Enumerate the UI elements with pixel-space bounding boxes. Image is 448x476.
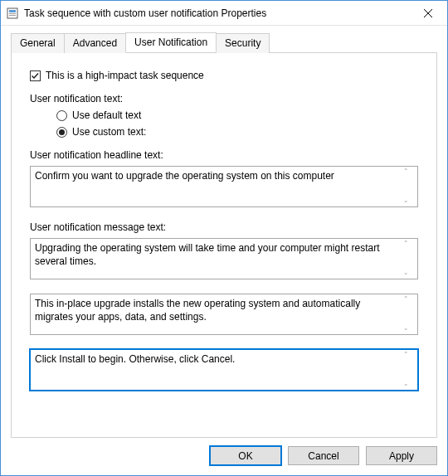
high-impact-checkbox[interactable] [30,70,41,81]
dialog-button-row: OK Cancel Apply [1,438,447,475]
radio-default[interactable] [56,110,67,121]
close-icon [424,9,432,17]
window-title: Task sequence with custom user notificat… [24,7,409,19]
message-label: User notification message text: [30,221,418,233]
svg-rect-3 [9,15,16,16]
radio-custom-row[interactable]: Use custom text: [56,126,418,138]
message2-wrap: ˄ ˅ [30,294,418,338]
headline-field-wrap: ˄ ˅ [30,166,418,210]
high-impact-row[interactable]: This is a high-impact task sequence [30,70,418,81]
message2-textarea[interactable] [30,294,418,335]
ok-button[interactable]: OK [210,446,281,465]
radio-default-row[interactable]: Use default text [56,109,418,121]
user-notification-text-label: User notification text: [30,93,418,104]
apply-button[interactable]: Apply [366,446,437,465]
radio-custom[interactable] [56,127,67,138]
message3-textarea[interactable] [30,349,418,391]
radio-default-label: Use default text [72,109,141,121]
svg-rect-1 [9,10,16,12]
tabstrip: General Advanced User Notification Secur… [11,32,437,52]
cancel-button[interactable]: Cancel [288,446,359,465]
svg-rect-2 [9,13,16,14]
close-button[interactable] [409,1,447,26]
headline-textarea[interactable] [30,166,418,207]
headline-label: User notification headline text: [30,149,418,161]
check-icon [31,71,40,80]
tab-user-notification[interactable]: User Notification [125,32,217,52]
app-icon [6,7,19,20]
message1-wrap: ˄ ˅ [30,238,418,282]
radio-custom-label: Use custom text: [72,126,146,138]
tab-panel-user-notification: This is a high-impact task sequence User… [11,52,437,438]
high-impact-label: This is a high-impact task sequence [46,70,204,81]
tab-general[interactable]: General [11,33,65,53]
dialog-window: Task sequence with custom user notificat… [0,0,448,476]
tab-security[interactable]: Security [216,33,270,53]
message1-textarea[interactable] [30,238,418,279]
titlebar: Task sequence with custom user notificat… [1,1,447,26]
tab-advanced[interactable]: Advanced [64,33,126,53]
radio-group-text-mode: Use default text Use custom text: [30,109,418,138]
message3-wrap: ˄ ˅ [30,349,418,393]
dialog-content: General Advanced User Notification Secur… [1,26,447,438]
